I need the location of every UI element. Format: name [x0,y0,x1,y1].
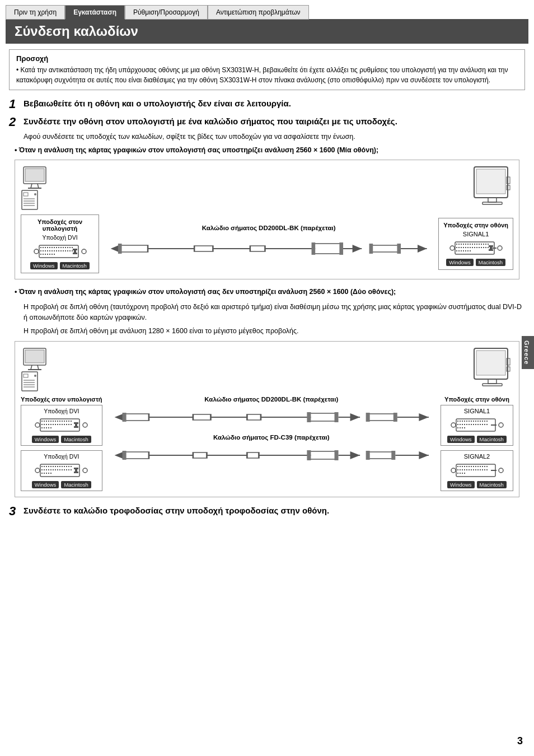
tab-prior-use[interactable]: Πριν τη χρήση [6,5,65,20]
svg-rect-10 [24,203,35,204]
svg-rect-115 [467,250,469,251]
svg-rect-186 [53,466,54,467]
svg-rect-274 [466,424,467,425]
svg-rect-156 [41,424,43,425]
svg-rect-71 [339,242,343,255]
svg-point-7 [34,193,36,195]
svg-rect-322 [462,473,463,474]
svg-rect-80 [456,244,457,245]
svg-rect-28 [60,247,62,248]
svg-rect-239 [122,451,126,460]
signal-label-2a: SIGNAL1 [444,408,509,414]
svg-rect-282 [484,424,485,425]
svg-rect-201 [55,469,56,470]
svg-rect-184 [48,466,49,467]
svg-rect-49 [40,254,41,255]
svg-rect-207 [68,469,69,470]
svg-rect-285 [460,427,461,428]
cable-section-1: Καλώδιο σήματος DD200DL-BK (παρέχεται) [101,225,436,264]
svg-rect-173 [48,427,49,428]
svg-rect-314 [475,469,476,470]
svg-rect-85 [467,244,469,245]
svg-rect-213 [50,473,51,474]
svg-rect-70 [312,242,316,255]
svg-rect-104 [476,247,477,248]
svg-rect-101 [470,247,471,248]
svg-rect-273 [464,424,465,425]
svg-rect-206 [66,469,67,470]
header-tabs: Πριν τη χρήση Εγκατάσταση Ρύθμιση/Προσαρ… [0,0,534,19]
svg-rect-74 [371,245,399,252]
greece-label: Greece [522,336,534,369]
svg-rect-321 [460,473,461,474]
svg-rect-287 [464,427,465,428]
svg-rect-187 [55,466,56,467]
svg-rect-167 [66,424,67,425]
svg-rect-144 [46,421,47,422]
svg-rect-275 [469,424,470,425]
warning-box: Προσοχή • Κατά την αντικατάσταση της ήδη… [9,49,525,90]
win-badge-r2b: Windows [447,481,475,488]
svg-rect-160 [50,424,51,425]
win-badge-r2a: Windows [447,436,475,443]
svg-rect-313 [473,469,474,470]
svg-rect-35 [43,250,44,251]
svg-rect-267 [482,421,483,422]
svg-rect-90 [479,244,480,245]
svg-point-59 [82,249,86,254]
svg-rect-138 [483,384,502,386]
svg-rect-84 [465,244,466,245]
diagram2-body: Η προβολή σε διπλή οθόνη (ταυτόχρονη προ… [24,302,525,323]
svg-rect-250 [368,452,394,459]
svg-rect-259 [464,421,465,422]
svg-point-180 [35,468,40,473]
svg-rect-114 [465,250,466,251]
svg-rect-100 [467,247,469,248]
svg-rect-308 [462,469,463,470]
svg-rect-220 [124,414,149,421]
svg-rect-263 [473,421,474,422]
svg-rect-268 [484,421,485,422]
svg-rect-88 [474,244,475,245]
svg-rect-159 [48,424,49,425]
svg-rect-23 [49,247,50,248]
tab-troubleshoot[interactable]: Αντιμετώπιση προβλημάτων [208,5,309,20]
svg-rect-260 [466,421,467,422]
svg-rect-276 [471,424,472,425]
svg-rect-151 [62,421,63,422]
diagram2-bullet: • Όταν η ανάλυση της κάρτας γραφικών στο… [15,287,525,297]
svg-rect-129 [24,374,28,377]
svg-rect-39 [51,250,53,251]
svg-line-126 [38,365,39,370]
svg-rect-197 [46,469,47,470]
svg-rect-265 [477,421,479,422]
dvi-label-1: Υποδοχή DVI [26,234,94,241]
step-2-sub: Αφού συνδέσετε τις υποδοχές των καλωδίων… [24,132,525,142]
windows-badge-1: Windows [30,262,58,269]
svg-line-2 [31,184,32,188]
tab-settings[interactable]: Ρύθμιση/Προσαρμογή [125,5,208,20]
svg-rect-229 [334,412,338,422]
diagram2-body2: Η προβολή σε διπλή οθόνη με ανάλυση 1280… [24,326,525,337]
svg-rect-294 [462,466,463,467]
page-number: 3 [517,735,523,747]
svg-rect-234 [393,413,397,422]
svg-rect-34 [40,250,41,251]
svg-rect-58 [73,253,77,254]
svg-rect-47 [69,250,71,251]
tab-installation[interactable]: Εγκατάσταση [65,5,125,19]
svg-rect-199 [50,469,51,470]
svg-rect-311 [469,469,470,470]
svg-rect-136 [476,351,505,375]
svg-rect-102 [472,247,473,248]
svg-rect-55 [54,254,55,255]
svg-rect-153 [66,421,67,422]
svg-rect-51 [45,254,46,255]
svg-rect-272 [462,424,463,425]
svg-point-18 [34,249,39,254]
warning-title: Προσοχή [16,54,518,63]
svg-point-291 [451,468,456,473]
svg-rect-317 [482,469,483,470]
svg-rect-155 [71,421,72,422]
cable-1-section: Καλώδιο σήματος DD200DL-BK (παρέχεται) [105,396,438,430]
